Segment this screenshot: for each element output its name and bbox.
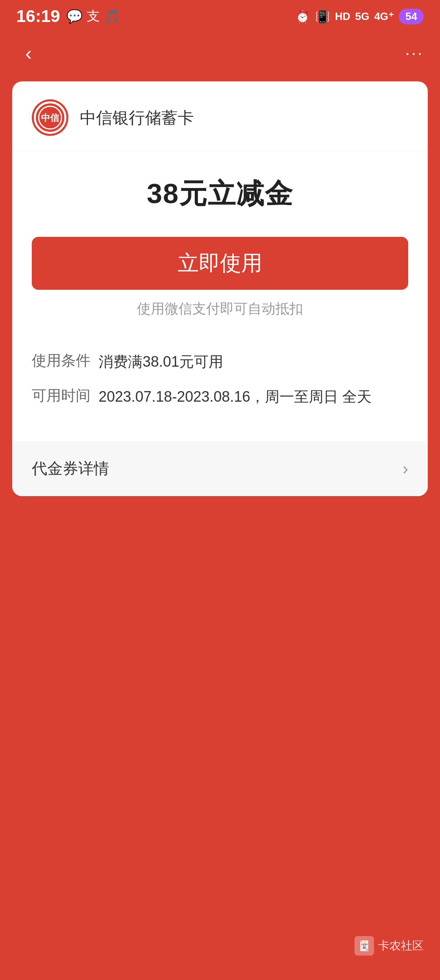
use-now-button[interactable]: 立即使用: [32, 237, 408, 290]
condition-value-1: 消费满38.01元可用: [99, 351, 223, 373]
use-hint: 使用微信支付即可自动抵扣: [32, 300, 408, 318]
nav-bar: ‹ ···: [0, 33, 440, 73]
detail-section[interactable]: 代金券详情 ›: [12, 441, 428, 496]
svg-text:中信: 中信: [41, 113, 59, 123]
alarm-icon: ⏰: [295, 9, 310, 24]
hd-icon: HD: [335, 10, 350, 23]
status-icons: 💬 支 🎵: [66, 7, 120, 25]
voucher-title: 38元立减金: [32, 175, 408, 212]
4g-icon: 4G⁺: [374, 10, 394, 23]
bank-logo-svg: 中信: [38, 105, 62, 130]
status-time: 16:19: [16, 7, 60, 26]
message-icon: 💬: [66, 9, 83, 24]
5g-icon: 5G: [355, 10, 370, 23]
alipay-icon: 支: [87, 7, 100, 25]
condition-label-2: 可用时间: [32, 386, 90, 406]
battery-indicator: 54: [399, 9, 424, 24]
condition-row-1: 使用条件 消费满38.01元可用: [32, 351, 408, 373]
status-left: 16:19 💬 支 🎵: [16, 7, 120, 26]
detail-label: 代金券详情: [32, 458, 109, 479]
main-card: 中信 中信银行储蓄卡 38元立减金 立即使用 使用微信支付即可自动抵扣 使用条件…: [12, 81, 428, 496]
music-icon: 🎵: [104, 9, 120, 24]
bank-name: 中信银行储蓄卡: [80, 107, 194, 129]
detail-arrow-icon: ›: [403, 459, 408, 479]
more-button[interactable]: ···: [405, 44, 424, 62]
condition-label-1: 使用条件: [32, 351, 90, 371]
svg-text:🃏: 🃏: [358, 940, 370, 952]
condition-value-2: 2023.07.18-2023.08.16，周一至周日 全天: [99, 386, 372, 408]
vibrate-icon: 📳: [315, 9, 330, 24]
card-header: 中信 中信银行储蓄卡: [12, 81, 428, 151]
kanong-icon: 🃏: [357, 938, 372, 953]
watermark-icon: 🃏: [354, 936, 374, 956]
bottom-watermark: 🃏 卡农社区: [354, 936, 424, 956]
bank-logo-inner: 中信: [34, 101, 66, 134]
watermark-text: 卡农社区: [378, 938, 424, 954]
status-bar: 16:19 💬 支 🎵 ⏰ 📳 HD 5G 4G⁺ 54: [0, 0, 440, 33]
card-body: 38元立减金 立即使用 使用微信支付即可自动抵扣 使用条件 消费满38.01元可…: [12, 151, 428, 441]
status-right: ⏰ 📳 HD 5G 4G⁺ 54: [295, 9, 424, 24]
back-arrow-icon: ‹: [25, 42, 32, 64]
condition-row-2: 可用时间 2023.07.18-2023.08.16，周一至周日 全天: [32, 386, 408, 408]
bank-logo: 中信: [32, 99, 68, 136]
conditions-section: 使用条件 消费满38.01元可用 可用时间 2023.07.18-2023.08…: [32, 343, 408, 408]
back-button[interactable]: ‹: [16, 41, 41, 65]
